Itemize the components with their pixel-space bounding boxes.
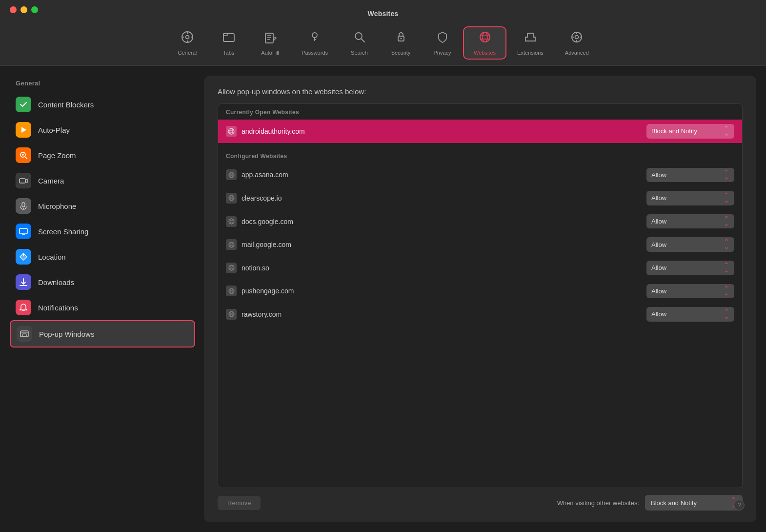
sidebar-item-notifications[interactable]: Notifications — [10, 295, 195, 320]
svg-rect-7 — [265, 33, 273, 43]
site-name: notion.so — [242, 264, 646, 272]
tabs-icon — [222, 30, 236, 47]
sidebar-item-auto-play[interactable]: Auto-Play — [10, 117, 195, 143]
sidebar-item-label: Screen Sharing — [38, 227, 88, 236]
table-row[interactable]: pushengage.com Allow ⌃⌄ — [218, 280, 742, 303]
right-panel: Allow pop-up windows on the websites bel… — [204, 76, 756, 522]
dropdown-arrow-icon: ⌃⌄ — [724, 126, 729, 136]
sidebar-item-content-blockers[interactable]: Content Blockers — [10, 92, 195, 117]
tab-tabs-label: Tabs — [223, 50, 234, 56]
site-favicon — [226, 216, 237, 227]
search-icon — [353, 30, 366, 47]
site-favicon — [226, 169, 237, 180]
site-name: mail.google.com — [242, 241, 646, 248]
microphone-icon — [16, 198, 31, 214]
table-row[interactable]: rawstory.com Allow ⌃⌄ — [218, 303, 742, 326]
svg-rect-34 — [22, 203, 25, 207]
sidebar-item-screen-sharing[interactable]: Screen Sharing — [10, 219, 195, 244]
svg-point-63 — [229, 242, 234, 247]
table-row[interactable]: clearscope.io Allow ⌃⌄ — [218, 186, 742, 210]
svg-point-52 — [230, 172, 233, 178]
site-setting-label: Allow — [651, 241, 666, 248]
notifications-icon — [16, 300, 31, 315]
tab-autofill[interactable]: AutoFill — [249, 26, 291, 60]
sidebar-item-camera[interactable]: Camera — [10, 168, 195, 193]
tab-tabs[interactable]: Tabs — [208, 26, 249, 60]
tab-privacy-label: Privacy — [433, 50, 451, 56]
svg-point-60 — [230, 219, 233, 224]
sidebar-item-label: Downloads — [38, 278, 74, 286]
site-favicon — [226, 286, 237, 296]
site-favicon — [226, 309, 237, 320]
svg-point-67 — [229, 265, 234, 270]
tab-websites[interactable]: Websites — [463, 26, 506, 60]
auto-play-icon — [16, 122, 31, 138]
maximize-button[interactable] — [31, 6, 38, 13]
site-setting-dropdown[interactable]: Allow ⌃⌄ — [646, 214, 734, 229]
tab-advanced[interactable]: Advanced — [554, 26, 600, 60]
svg-point-55 — [229, 195, 234, 201]
sidebar-item-popup-windows[interactable]: Pop-up Windows — [10, 320, 195, 348]
sidebar-item-microphone[interactable]: Microphone — [10, 193, 195, 219]
traffic-lights — [10, 6, 38, 13]
site-favicon — [226, 126, 237, 137]
tab-autofill-label: AutoFill — [261, 50, 279, 56]
sidebar-item-label: Microphone — [38, 202, 76, 210]
autofill-icon — [263, 30, 277, 47]
table-row[interactable]: docs.google.com Allow ⌃⌄ — [218, 210, 742, 233]
site-setting-label: Allow — [651, 218, 666, 225]
table-row[interactable]: mail.google.com Allow ⌃⌄ — [218, 233, 742, 256]
camera-icon — [16, 173, 31, 188]
site-setting-label: Allow — [651, 287, 666, 295]
svg-point-51 — [229, 172, 234, 178]
websites-icon — [478, 30, 492, 47]
help-button[interactable]: ? — [734, 500, 745, 511]
site-setting-dropdown[interactable]: Allow ⌃⌄ — [646, 284, 734, 299]
remove-button[interactable]: Remove — [218, 496, 261, 510]
site-favicon — [226, 193, 237, 204]
sidebar-item-label: Pop-up Windows — [39, 330, 94, 338]
site-setting-dropdown[interactable]: Allow ⌃⌄ — [646, 307, 734, 322]
site-setting-dropdown[interactable]: Allow ⌃⌄ — [646, 191, 734, 205]
svg-point-11 — [312, 33, 317, 38]
table-row[interactable]: androidauthority.com Block and Notify ⌃⌄ — [218, 120, 742, 143]
dropdown-arrow-icon: ⌃⌄ — [724, 170, 729, 180]
svg-rect-36 — [20, 228, 27, 234]
svg-line-14 — [361, 39, 364, 42]
other-websites-label: When visiting other websites: — [557, 499, 639, 507]
currently-open-header: Currently Open Websites — [218, 104, 742, 120]
extensions-icon — [524, 30, 537, 47]
site-setting-dropdown[interactable]: Allow ⌃⌄ — [646, 237, 734, 252]
site-setting-dropdown[interactable]: Allow ⌃⌄ — [646, 261, 734, 275]
sidebar-item-label: Camera — [38, 177, 64, 185]
page-zoom-icon — [16, 147, 31, 163]
tab-privacy[interactable]: Privacy — [422, 26, 463, 60]
tab-passwords[interactable]: Passwords — [291, 26, 339, 60]
tab-security[interactable]: Security — [380, 26, 422, 60]
sidebar-item-label: Page Zoom — [38, 151, 76, 160]
table-row[interactable]: app.asana.com Allow ⌃⌄ — [218, 164, 742, 187]
site-setting-dropdown[interactable]: Allow ⌃⌄ — [646, 168, 734, 183]
svg-point-1 — [185, 36, 189, 39]
sidebar-item-downloads[interactable]: Downloads — [10, 269, 195, 295]
table-row[interactable]: notion.so Allow ⌃⌄ — [218, 256, 742, 280]
site-favicon — [226, 263, 237, 273]
svg-marker-33 — [25, 179, 27, 183]
popup-windows-icon — [17, 326, 32, 342]
close-button[interactable] — [10, 6, 17, 13]
site-setting-dropdown[interactable]: Block and Notify ⌃⌄ — [646, 124, 734, 139]
minimize-button[interactable] — [20, 6, 27, 13]
other-websites-dropdown[interactable]: Block and Notify ⌃⌄ — [645, 495, 743, 511]
sidebar-item-location[interactable]: Location — [10, 244, 195, 269]
svg-marker-27 — [21, 127, 26, 133]
content-blockers-icon — [16, 97, 31, 112]
tab-extensions[interactable]: Extensions — [506, 26, 554, 60]
tab-general[interactable]: General — [166, 26, 208, 60]
site-name: rawstory.com — [242, 310, 646, 318]
dropdown-arrow-icon: ⌃⌄ — [724, 309, 729, 319]
svg-point-64 — [230, 242, 233, 247]
window-title: Websites — [368, 10, 399, 18]
tab-advanced-label: Advanced — [565, 50, 589, 56]
tab-search[interactable]: Search — [339, 26, 380, 60]
sidebar-item-page-zoom[interactable]: Page Zoom — [10, 143, 195, 168]
